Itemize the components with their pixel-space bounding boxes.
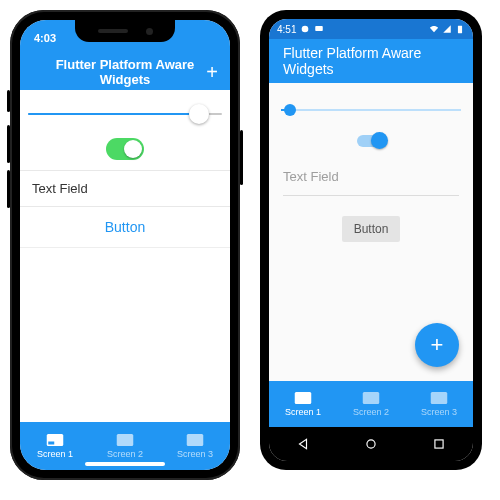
home-button[interactable]: [364, 437, 378, 451]
svg-rect-6: [458, 26, 462, 34]
tab-screen-3[interactable]: Screen 3: [405, 381, 473, 427]
tab-icon: [430, 391, 448, 405]
signal-icon: [442, 24, 452, 34]
iphone-notch: [75, 20, 175, 42]
ios-body: Text Field Button: [20, 90, 230, 422]
iphone-vol-down: [7, 170, 10, 208]
recents-button[interactable]: [432, 437, 446, 451]
switch-knob: [371, 132, 388, 149]
android-text-field[interactable]: Text Field: [269, 159, 473, 195]
android-screen: 4:51 Flutter Platform Aware Widgets: [269, 19, 473, 461]
home-indicator[interactable]: [85, 462, 165, 466]
tab-label: Screen 3: [177, 449, 213, 459]
ios-slider[interactable]: [28, 100, 222, 128]
tab-icon: [294, 391, 312, 405]
tab-screen-1[interactable]: Screen 1: [269, 381, 337, 427]
wifi-icon: [429, 24, 439, 34]
svg-rect-8: [363, 392, 380, 404]
slider-fill: [28, 113, 199, 115]
tab-label: Screen 2: [353, 407, 389, 417]
fab-add[interactable]: +: [415, 323, 459, 367]
ios-nav-bar: Flutter Platform Aware Widgets +: [20, 54, 230, 90]
ios-switch[interactable]: [106, 138, 144, 160]
slider-track: [281, 109, 461, 111]
android-app-title: Flutter Platform Aware Widgets: [283, 45, 459, 77]
tab-screen-1[interactable]: Screen 1: [20, 422, 90, 470]
svg-rect-1: [48, 442, 54, 445]
iphone-mute-switch: [7, 90, 10, 112]
plus-icon: +: [431, 332, 444, 358]
ios-text-field[interactable]: Text Field: [20, 170, 230, 207]
ios-switch-row: [20, 132, 230, 170]
iphone-screen: 4:03 Flutter Platform Aware Widgets + Te…: [20, 20, 230, 470]
ios-button-row: Button: [20, 207, 230, 248]
tab-label: Screen 1: [37, 449, 73, 459]
android-body: Text Field Button +: [269, 83, 473, 381]
tab-icon: [46, 433, 64, 447]
plus-icon[interactable]: +: [198, 62, 218, 82]
tab-icon: [362, 391, 380, 405]
android-button-row: Button: [269, 202, 473, 256]
slider-thumb[interactable]: [189, 104, 209, 124]
svg-point-10: [367, 440, 375, 448]
text-field-underline: [283, 195, 459, 196]
switch-knob: [124, 140, 142, 158]
tab-screen-2[interactable]: Screen 2: [337, 381, 405, 427]
android-switch[interactable]: [357, 135, 385, 147]
ios-button[interactable]: Button: [105, 219, 145, 235]
android-tab-bar: Screen 1 Screen 2 Screen 3: [269, 381, 473, 427]
tab-icon: [186, 433, 204, 447]
gear-icon: [300, 24, 310, 34]
back-button[interactable]: [296, 437, 310, 451]
slider-thumb[interactable]: [284, 104, 296, 116]
android-nav-bar: [269, 427, 473, 461]
android-status-time: 4:51: [277, 24, 296, 35]
tab-label: Screen 1: [285, 407, 321, 417]
tab-label: Screen 3: [421, 407, 457, 417]
svg-rect-5: [316, 26, 324, 31]
svg-point-4: [302, 26, 309, 33]
android-slider[interactable]: [281, 97, 461, 123]
iphone-power: [240, 130, 243, 185]
android-button[interactable]: Button: [342, 216, 401, 242]
android-status-bar: 4:51: [269, 19, 473, 39]
battery-icon: [455, 24, 465, 34]
svg-rect-3: [187, 434, 204, 446]
svg-rect-7: [295, 392, 312, 404]
svg-rect-9: [431, 392, 448, 404]
android-frame: 4:51 Flutter Platform Aware Widgets: [260, 10, 482, 470]
svg-rect-2: [117, 434, 134, 446]
tab-label: Screen 2: [107, 449, 143, 459]
message-icon: [314, 24, 324, 34]
iphone-frame: 4:03 Flutter Platform Aware Widgets + Te…: [10, 10, 240, 480]
iphone-vol-up: [7, 125, 10, 163]
android-app-bar: Flutter Platform Aware Widgets: [269, 39, 473, 83]
android-switch-row: [269, 127, 473, 159]
svg-rect-11: [435, 440, 443, 448]
tab-screen-3[interactable]: Screen 3: [160, 422, 230, 470]
ios-nav-title: Flutter Platform Aware Widgets: [52, 57, 198, 87]
ios-status-time: 4:03: [34, 32, 56, 44]
tab-icon: [116, 433, 134, 447]
